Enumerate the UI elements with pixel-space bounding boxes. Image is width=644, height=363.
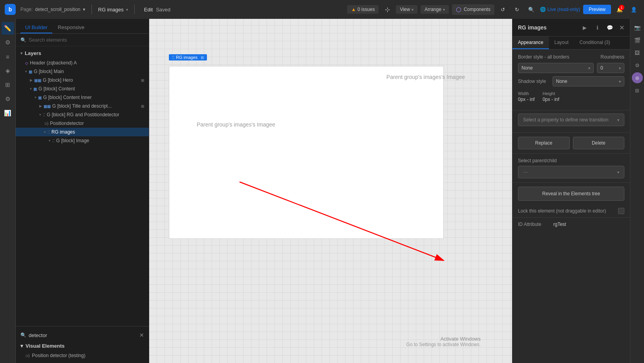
left-panel: UI Builder Responsive 🔍 ▾ Layers ◇ Heade… xyxy=(16,19,149,363)
issues-button[interactable]: ▲ 0 issues xyxy=(347,5,379,14)
hidden-icon: ⊞ xyxy=(141,78,144,82)
settings-icon-btn[interactable]: ⚙ xyxy=(2,93,14,105)
layers-header[interactable]: ▾ Layers xyxy=(16,48,149,59)
tab-responsive[interactable]: Responsive xyxy=(53,22,89,33)
delete-button[interactable]: Delete xyxy=(573,137,625,149)
clear-search-button[interactable]: ✕ xyxy=(139,332,144,338)
comment-icon-btn[interactable]: 💬 xyxy=(605,23,615,32)
properties-panel: RG images ▶ ℹ 💬 ✕ Appearance Layout Cond… xyxy=(512,19,630,363)
id-attribute-row: ID Attribute rgTest xyxy=(512,218,630,231)
expand-icon: ▾ xyxy=(35,95,37,99)
layer-g-content-inner[interactable]: ▾ ▦ G [block] Content Inner xyxy=(16,93,149,102)
view-button[interactable]: View ▾ xyxy=(396,5,417,14)
search-button[interactable]: 🔍 xyxy=(526,4,537,15)
live-button[interactable]: 🌐 Live (read-only) xyxy=(540,7,580,12)
layer-rg-images[interactable]: ▾ ⁚⁚ RG images xyxy=(16,128,149,136)
action-buttons: Replace Delete xyxy=(512,133,630,154)
preview-button[interactable]: Preview xyxy=(583,5,611,14)
undo-button[interactable]: ↺ xyxy=(498,4,509,15)
border-style-select[interactable]: None ▾ xyxy=(518,63,594,73)
saved-label: Saved xyxy=(156,7,170,13)
height-label: Height xyxy=(543,91,560,96)
redo-button[interactable]: ↻ xyxy=(512,4,523,15)
camera-icon-btn[interactable]: 📷 xyxy=(632,22,643,33)
layer-posdetector[interactable]: ⊃) Positiondetector xyxy=(16,119,149,128)
play-icon-btn[interactable]: ▶ xyxy=(580,23,589,32)
transition-select[interactable]: Select a property to define new transiti… xyxy=(518,114,624,126)
ui-icon-btn[interactable]: ✏️ xyxy=(2,22,14,35)
dots-icon: ⁚⁚ xyxy=(48,130,50,134)
layer-g-title[interactable]: ▶ ▦▦ G [block] Title and descript... ⊞ xyxy=(16,102,149,110)
rg-images-selector[interactable]: RG images ▾ xyxy=(98,7,128,13)
rg-chevron-icon: ▾ xyxy=(126,7,128,12)
layer-g-rg[interactable]: ▾ ⁚⁚ G [block] RG and Postitiondetector xyxy=(16,110,149,119)
style-icon-btn[interactable]: ◈ xyxy=(2,64,14,77)
page-chevron-icon: ▾ xyxy=(83,7,85,12)
cursor-icon-btn[interactable]: ⊹ xyxy=(382,4,393,15)
canvas-element-label[interactable]: ⁚⁚ RG images ⊞ xyxy=(169,54,207,60)
parent-child-select[interactable]: — ▾ xyxy=(518,166,624,178)
size-row: Width 0px - inf Height 0px - inf xyxy=(518,91,624,102)
canvas-rg-element[interactable]: Parent group's images's Imagee xyxy=(169,66,444,239)
layer-g-hero[interactable]: ▶ ▦▦ G [block] Hero ⊞ xyxy=(16,76,149,84)
tab-ui-builder[interactable]: UI Builder xyxy=(20,22,52,33)
workflow-icon-btn[interactable]: ⚙ xyxy=(2,36,14,49)
dots-icon: ⁚⁚ xyxy=(43,113,45,117)
parent-chevron-icon: ▾ xyxy=(617,170,619,174)
visual-elements-header: ▾ Visual Elements xyxy=(16,341,149,351)
grid-icon-btn[interactable]: ⊞ xyxy=(632,85,643,96)
sub-tabs: UI Builder Responsive xyxy=(16,19,149,34)
divider2 xyxy=(134,5,135,14)
replace-button[interactable]: Replace xyxy=(518,137,570,149)
layer-g-image[interactable]: ▾ ⁚⁚ G [block] Image xyxy=(16,136,149,145)
lock-row: Lock this element (not draggable in edit… xyxy=(512,205,630,218)
close-panel-button[interactable]: ✕ xyxy=(619,24,624,31)
rss-small-icon: ⊃) xyxy=(25,354,29,358)
icon-sidebar: ✏️ ⚙ ≡ ◈ ⊞ ⚙ 📊 xyxy=(0,19,16,363)
roundness-input[interactable]: 0 ▾ xyxy=(597,63,624,73)
transition-section: Select a property to define new transiti… xyxy=(512,110,630,133)
data-icon-btn[interactable]: ≡ xyxy=(2,50,14,63)
right-mini-toolbar: 📷 🎬 🖼 ⚙ ◎ ⊞ xyxy=(630,19,644,363)
tab-layout[interactable]: Layout xyxy=(549,37,574,49)
analytics-icon-btn[interactable]: 📊 xyxy=(2,107,14,119)
gear-icon-btn[interactable]: ⚙ xyxy=(632,60,643,71)
border-section: Border style - all borders Roundness Non… xyxy=(512,50,630,110)
layer-header[interactable]: ◇ Header (zqbackend) A xyxy=(16,59,149,67)
panel-title: RG images xyxy=(518,24,577,31)
bottom-search-input[interactable] xyxy=(29,332,137,338)
components-icon: ⬡ xyxy=(456,6,461,13)
layers-panel: ▾ Layers ◇ Header (zqbackend) A ▾ ▦ G [b… xyxy=(16,46,149,326)
id-attribute-label: ID Attribute xyxy=(518,222,553,227)
user-avatar[interactable]: 👤 xyxy=(628,4,639,15)
app-logo[interactable]: b xyxy=(5,4,16,15)
reveal-button[interactable]: Reveal in the Elements tree xyxy=(518,187,624,201)
info-icon-btn[interactable]: ℹ xyxy=(593,23,602,32)
plugins-icon-btn[interactable]: ⊞ xyxy=(2,79,14,91)
notifications-button[interactable]: 🔔 1 xyxy=(614,4,625,15)
lock-checkbox[interactable] xyxy=(618,208,624,214)
special-icon-btn[interactable]: ◎ xyxy=(632,72,643,83)
repeating-group-icon: ⁚⁚ xyxy=(172,55,174,60)
visual-element-item[interactable]: ⊃) Position detector (testing) xyxy=(16,351,149,360)
layer-g-main[interactable]: ▾ ▦ G [block] Main xyxy=(16,67,149,76)
search-input[interactable] xyxy=(29,37,144,43)
bottom-search-icon: 🔍 xyxy=(20,332,26,338)
expand-icon: ▾ xyxy=(44,130,46,134)
image-icon-btn[interactable]: 🖼 xyxy=(632,47,643,58)
layer-g-content[interactable]: ▾ ▦ G [block] Content xyxy=(16,84,149,93)
components-button[interactable]: ⬡ Components xyxy=(452,4,494,15)
tab-conditional[interactable]: Conditional (3) xyxy=(574,37,616,49)
canvas-area[interactable]: ⁚⁚ RG images ⊞ Parent group's images's I… xyxy=(149,19,512,363)
arrange-button[interactable]: Arrange ▾ xyxy=(421,5,449,14)
border-style-label: Border style - all borders xyxy=(518,54,590,60)
view-chevron-icon: ▾ xyxy=(412,7,413,12)
roundness-chevron-icon: ▾ xyxy=(619,66,621,70)
page-selector[interactable]: Page: detect_scroll_position ▾ xyxy=(20,7,85,12)
shadow-select[interactable]: None ▾ xyxy=(553,76,624,86)
search-icon: 🔍 xyxy=(20,37,26,43)
width-item: Width 0px - inf xyxy=(518,91,535,102)
group-icon: ▦ xyxy=(38,95,42,100)
video-icon-btn[interactable]: 🎬 xyxy=(632,35,643,46)
tab-appearance[interactable]: Appearance xyxy=(512,37,549,49)
